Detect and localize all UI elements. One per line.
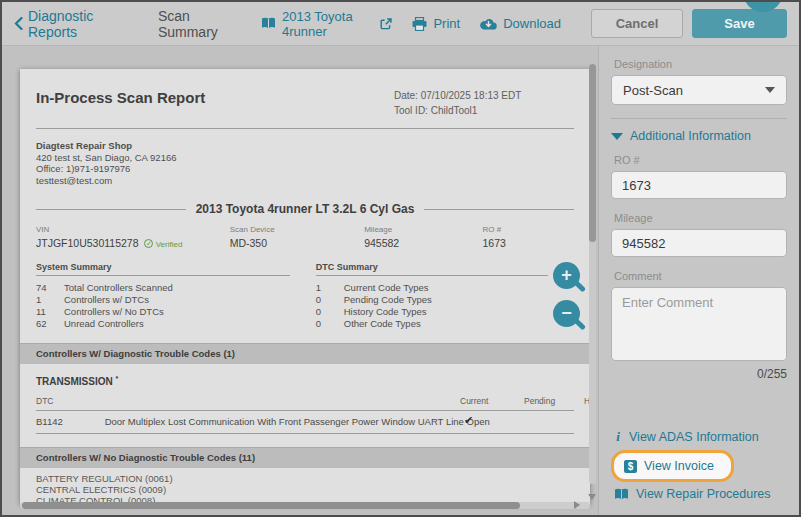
print-button[interactable]: Print bbox=[412, 16, 460, 31]
sidebar-links: i View ADAS Information $ View Invoice V… bbox=[611, 425, 787, 507]
printer-icon bbox=[412, 17, 427, 31]
col-pending: Pending bbox=[524, 396, 555, 406]
cancel-button[interactable]: Cancel bbox=[591, 9, 683, 38]
info-icon: i bbox=[614, 429, 622, 445]
chevron-left-icon bbox=[14, 17, 23, 30]
col-dtc: DTC bbox=[36, 396, 53, 406]
summary-item: 11Controllers w/ No DTCs bbox=[36, 306, 316, 318]
scroll-down-arrow-icon[interactable] bbox=[588, 494, 596, 500]
summary-item: 0History Code Types bbox=[316, 306, 574, 318]
vehicle-link[interactable]: 2013 Toyota 4runner bbox=[261, 9, 392, 39]
comment-label: Comment bbox=[614, 270, 787, 282]
dollar-icon: $ bbox=[624, 460, 637, 473]
download-label: Download bbox=[503, 16, 561, 31]
designation-value: Post-Scan bbox=[623, 83, 683, 98]
controller-list: BATTERY REGULATION (0061) CENTRAL ELECTR… bbox=[36, 474, 574, 504]
summary-item: 62Unread Controllers bbox=[36, 318, 316, 330]
triangle-down-icon bbox=[611, 133, 623, 140]
mileage-column: Mileage 945582 bbox=[364, 225, 482, 249]
vehicle-link-label: 2013 Toyota 4runner bbox=[282, 9, 374, 39]
shop-email: testtest@test.com bbox=[36, 175, 574, 187]
vertical-scrollbar[interactable] bbox=[589, 64, 596, 484]
vin-value: JTJGF10U530115278 ✓ Verified bbox=[36, 237, 230, 249]
mileage-field: Mileage bbox=[611, 212, 787, 257]
book-icon bbox=[261, 17, 276, 30]
shop-address: 420 test st, San Diago, CA 92166 bbox=[36, 152, 574, 164]
dtc-table-row: B1142 Door Multiplex Lost Communication … bbox=[36, 411, 574, 434]
back-to-diagnostic-reports-link[interactable]: Diagnostic Reports bbox=[14, 8, 140, 40]
print-label: Print bbox=[433, 16, 460, 31]
report-date: Date: 07/10/2025 18:13 EDT bbox=[394, 89, 574, 104]
summary-item: 0Pending Code Types bbox=[316, 294, 574, 306]
view-invoice-link[interactable]: $ View Invoice bbox=[621, 455, 717, 477]
horizontal-scrollbar-thumb[interactable] bbox=[22, 502, 520, 509]
vehicle-title: 2013 Toyota 4runner LT 3.2L 6 Cyl Gas bbox=[196, 202, 415, 216]
cloud-download-icon bbox=[480, 18, 497, 30]
divider bbox=[36, 128, 574, 129]
content-region: In-Process Scan Report Date: 07/10/2025 … bbox=[2, 46, 799, 515]
invoice-link-label: View Invoice bbox=[644, 459, 714, 473]
top-toolbar: Diagnostic Reports Scan Summary 2013 Toy… bbox=[2, 2, 799, 46]
invoice-highlight-callout: $ View Invoice bbox=[611, 450, 734, 482]
current-checkmark-icon: ✔ bbox=[464, 414, 473, 427]
summary-item: 1Current Code Types bbox=[316, 282, 574, 294]
module-name: TRANSMISSION * bbox=[36, 375, 574, 387]
verified-check-icon: ✓ bbox=[144, 239, 153, 248]
details-sidebar: Designation Post-Scan Additional Informa… bbox=[598, 46, 799, 515]
external-link-icon bbox=[380, 18, 392, 30]
mileage-input[interactable] bbox=[611, 229, 787, 257]
shop-info: Diagtest Repair Shop 420 test st, San Di… bbox=[36, 140, 574, 186]
scan-report-document: In-Process Scan Report Date: 07/10/2025 … bbox=[20, 69, 590, 504]
system-summary: System Summary 74Total Controllers Scann… bbox=[36, 262, 316, 330]
dtc-code: B1142 bbox=[36, 416, 102, 427]
report-viewport: In-Process Scan Report Date: 07/10/2025 … bbox=[2, 46, 598, 515]
zoom-in-button[interactable]: + bbox=[553, 262, 580, 289]
ro-label: RO # bbox=[614, 154, 787, 166]
comment-textarea[interactable] bbox=[611, 287, 787, 361]
designation-dropdown[interactable]: Post-Scan bbox=[611, 75, 787, 105]
scan-device-column: Scan Device MD-350 bbox=[230, 225, 365, 249]
repair-link-label: View Repair Procedures bbox=[636, 487, 771, 501]
dtc-table-header: DTC Current Pending His bbox=[36, 396, 574, 411]
adas-link-label: View ADAS Information bbox=[629, 430, 759, 444]
shop-name: Diagtest Repair Shop bbox=[36, 140, 574, 152]
vehicle-info-grid: VIN JTJGF10U530115278 ✓ Verified Scan De… bbox=[36, 225, 574, 249]
designation-label: Designation bbox=[614, 58, 787, 70]
ro-input[interactable] bbox=[611, 171, 787, 199]
action-buttons: Cancel Save bbox=[591, 9, 787, 38]
comment-field: Comment 0/255 bbox=[611, 270, 787, 381]
summary-item: 1Controllers w/ DTCs bbox=[36, 294, 316, 306]
additional-information-label: Additional Information bbox=[630, 129, 751, 143]
view-repair-procedures-link[interactable]: View Repair Procedures bbox=[611, 483, 787, 505]
ro-field: RO # bbox=[611, 154, 787, 199]
no-dtc-section-header: Controllers W/ No Diagnostic Trouble Cod… bbox=[20, 447, 590, 468]
page-title: Scan Summary bbox=[158, 8, 249, 40]
mileage-label: Mileage bbox=[614, 212, 787, 224]
report-meta: Date: 07/10/2025 18:13 EDT Tool ID: Chil… bbox=[394, 89, 574, 118]
vertical-scrollbar-thumb[interactable] bbox=[589, 64, 596, 242]
save-button[interactable]: Save bbox=[692, 9, 787, 38]
horizontal-scrollbar[interactable] bbox=[20, 502, 590, 509]
dtc-section-header: Controllers W/ Diagnostic Trouble Codes … bbox=[20, 343, 590, 364]
ro-column: RO # 1673 bbox=[483, 225, 574, 249]
report-title: In-Process Scan Report bbox=[36, 89, 205, 106]
divider bbox=[36, 209, 186, 210]
download-button[interactable]: Download bbox=[480, 16, 561, 31]
verified-badge: ✓ Verified bbox=[144, 240, 182, 249]
view-adas-information-link[interactable]: i View ADAS Information bbox=[611, 425, 787, 449]
divider bbox=[611, 118, 787, 119]
summary-item: 74Total Controllers Scanned bbox=[36, 282, 316, 294]
dtc-description: Door Multiplex Lost Communication With F… bbox=[105, 416, 490, 427]
chevron-down-icon bbox=[765, 87, 775, 93]
scroll-right-arrow-icon[interactable] bbox=[574, 501, 580, 509]
additional-information-toggle[interactable]: Additional Information bbox=[611, 129, 787, 143]
book-icon bbox=[614, 488, 629, 501]
report-header: In-Process Scan Report Date: 07/10/2025 … bbox=[36, 89, 574, 118]
toolbar-actions: 2013 Toyota 4runner Print Download Cance… bbox=[261, 9, 787, 39]
col-current: Current bbox=[460, 396, 488, 406]
vehicle-title-row: 2013 Toyota 4runner LT 3.2L 6 Cyl Gas bbox=[36, 202, 574, 216]
zoom-out-button[interactable]: − bbox=[553, 300, 580, 327]
shop-phone: Office: 1)971-9197976 bbox=[36, 163, 574, 175]
dtc-summary: DTC Summary 1Current Code Types 0Pending… bbox=[316, 262, 574, 330]
report-tool-id: Tool ID: ChildTool1 bbox=[394, 104, 574, 119]
